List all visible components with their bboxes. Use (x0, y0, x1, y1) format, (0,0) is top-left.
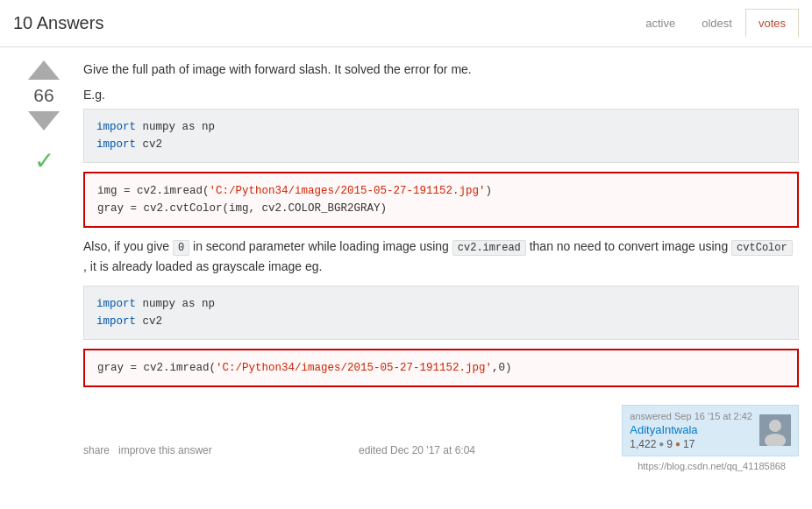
also-text-4: , it is already loaded as grayscale imag… (83, 259, 322, 273)
sort-tabs: active oldest votes (632, 9, 799, 38)
code-keyword-import1: import (96, 121, 136, 133)
answer-content: Give the full path of image with forward… (75, 60, 799, 456)
answer: 66 ✓ Give the full path of image with fo… (0, 47, 812, 484)
silver-count: 9 (666, 438, 673, 450)
code-string-1: 'C:/Python34/images/2015-05-27-191152.jp… (210, 185, 486, 197)
avatar (759, 414, 791, 446)
code-line-gray: gray = cv2.cvtColor(img, cv2.COLOR_BGR2G… (97, 202, 387, 215)
silver-badge-icon: ● (659, 439, 664, 449)
eg-label: E.g. (83, 88, 799, 102)
tab-oldest[interactable]: oldest (688, 9, 745, 38)
answered-label: answered Sep 16 '15 at 2:42 (630, 411, 752, 421)
also-text-3: than no need to convert image using (530, 239, 729, 253)
code-block-4-highlighted: gray = cv2.imread('C:/Python34/images/20… (83, 349, 799, 387)
svg-point-1 (769, 420, 781, 432)
user-card: answered Sep 16 '15 at 2:42 AdityaIntwal… (622, 405, 799, 456)
user-name-link[interactable]: AdityaIntwala (630, 423, 752, 436)
also-paragraph: Also, if you give 0 in second parameter … (83, 237, 799, 277)
bronze-count: 17 (683, 438, 694, 450)
vote-count: 66 (33, 85, 53, 106)
intro-text: Give the full path of image with forward… (83, 60, 799, 79)
inline-code-0: 0 (173, 240, 189, 256)
avatar-svg (759, 414, 791, 446)
vote-up-button[interactable] (28, 60, 60, 80)
improve-link[interactable]: improve this answer (118, 444, 212, 456)
answer-body: 66 ✓ Give the full path of image with fo… (13, 60, 799, 456)
url-watermark: https://blog.csdn.net/qq_41185868 (13, 456, 799, 471)
also-text-1: Also, if you give (83, 239, 169, 253)
code-string-2: 'C:/Python34/images/2015-05-27-191152.jp… (216, 362, 492, 374)
inline-code-cvtcolor: cvtColor (731, 240, 793, 256)
code-keyword-import3: import (96, 298, 136, 310)
edited-text: edited Dec 20 '17 at 6:04 (359, 444, 475, 456)
user-info: answered Sep 16 '15 at 2:42 AdityaIntwal… (630, 411, 752, 450)
answers-header: 10 Answers active oldest votes (0, 0, 812, 47)
answer-actions: share improve this answer (83, 444, 212, 456)
inline-code-imread: cv2.imread (452, 240, 526, 256)
vote-column: 66 ✓ (13, 60, 75, 456)
vote-down-button[interactable] (28, 111, 60, 131)
code-line-img: img = cv2.imread('C:/Python34/images/201… (97, 185, 492, 197)
answers-count: 10 Answers (13, 13, 103, 33)
accepted-checkmark: ✓ (34, 146, 54, 175)
tab-votes[interactable]: votes (745, 9, 799, 38)
code-line-gray2: gray = cv2.imread('C:/Python34/images/20… (97, 362, 512, 374)
answer-footer: share improve this answer edited Dec 20 … (83, 400, 799, 456)
user-reputation: 1,422 ● 9 ● 17 (630, 438, 752, 450)
code-keyword-import2: import (96, 138, 136, 151)
also-text-2: in second parameter while loading image … (193, 239, 449, 253)
code-block-1: import numpy as np import cv2 (83, 109, 799, 163)
code-block-3: import numpy as np import cv2 (83, 286, 799, 340)
tab-active[interactable]: active (632, 9, 688, 38)
rep-count: 1,422 (630, 438, 656, 450)
share-link[interactable]: share (83, 444, 110, 456)
code-block-2-highlighted: img = cv2.imread('C:/Python34/images/201… (83, 172, 799, 228)
bronze-badge-icon: ● (675, 439, 680, 449)
edit-info: edited Dec 20 '17 at 6:04 (359, 444, 475, 456)
code-keyword-import4: import (96, 315, 136, 328)
avatar-image (759, 414, 791, 446)
